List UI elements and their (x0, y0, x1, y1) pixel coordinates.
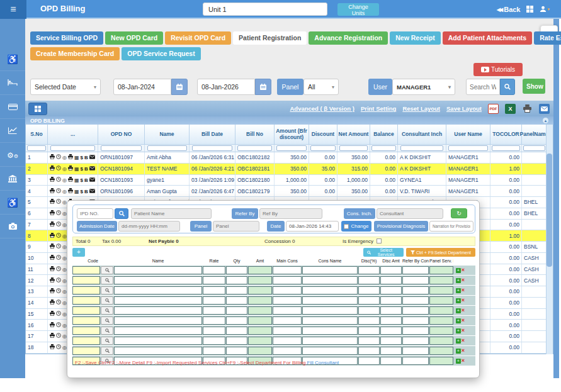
date-mode-select[interactable]: Selected Date▾ (30, 79, 101, 95)
select-services-button[interactable]: Select Services (363, 248, 404, 257)
page-scrollbar[interactable] (553, 19, 559, 378)
clock-icon[interactable] (56, 333, 61, 339)
table-scrollbar[interactable] (546, 125, 553, 354)
service-input-code[interactable] (72, 337, 100, 345)
grid-icon[interactable]: ▦ (74, 165, 79, 172)
toolbar-link-3[interactable]: Save Layout (446, 105, 482, 112)
printer-icon[interactable] (50, 244, 55, 250)
service-input-field[interactable] (358, 347, 380, 355)
tab-new-opd-card[interactable]: New OPD Card (105, 31, 163, 45)
sidebar-item-chart[interactable] (0, 119, 25, 143)
delete-service-icon[interactable]: × (462, 267, 465, 273)
service-input-field[interactable] (402, 316, 429, 325)
layout-grid-button[interactable] (28, 103, 47, 115)
column-header-consultant[interactable]: Consultant Inch (398, 125, 446, 144)
service-input-field[interactable] (248, 337, 272, 345)
clock-icon[interactable] (56, 188, 61, 194)
service-input-field[interactable] (114, 276, 202, 284)
service-input-field[interactable] (226, 337, 247, 345)
clock-icon[interactable] (56, 300, 61, 306)
service-input-field[interactable] (273, 316, 302, 325)
clock-icon[interactable] (56, 165, 61, 172)
refresh-icon[interactable]: ↻ (451, 208, 467, 218)
service-input-field[interactable] (402, 327, 429, 335)
ipd-no-input[interactable] (77, 208, 113, 219)
column-filter-input[interactable] (27, 145, 47, 151)
delete-service-icon[interactable]: × (462, 338, 465, 344)
record-icon[interactable]: ◎ (62, 210, 67, 216)
delete-service-icon[interactable]: × (462, 277, 465, 283)
record-icon[interactable]: ◎ (62, 188, 67, 194)
service-input-field[interactable] (248, 347, 272, 355)
service-input-field[interactable] (429, 327, 453, 335)
service-search-icon[interactable] (101, 276, 113, 284)
column-header-sno[interactable]: S.No (26, 125, 48, 144)
service-input-field[interactable] (248, 296, 272, 305)
printer-icon[interactable] (68, 188, 73, 194)
service-input-code[interactable] (72, 347, 100, 355)
service-search-icon[interactable] (101, 306, 113, 315)
column-header-name[interactable]: Name (145, 125, 190, 144)
sidebar-item-credit-card[interactable] (0, 95, 25, 119)
service-input-field[interactable] (203, 266, 225, 274)
table-row[interactable]: 3◎▦$BOCN1801093gyane103 /Jan/2026 1:09 P… (26, 175, 553, 186)
service-input-field[interactable] (380, 347, 402, 355)
mail-icon[interactable] (89, 165, 95, 172)
add-service-icon[interactable]: + (456, 278, 461, 283)
service-input-code[interactable] (72, 296, 100, 305)
service-input-field[interactable] (358, 337, 380, 345)
service-input-field[interactable] (203, 337, 225, 345)
clock-icon[interactable] (56, 244, 61, 250)
delete-service-icon[interactable]: × (462, 288, 465, 293)
service-input-field[interactable] (429, 306, 453, 315)
printer-icon[interactable] (50, 333, 55, 339)
bill-date-input[interactable] (286, 221, 339, 232)
printer-icon[interactable] (50, 188, 55, 194)
record-icon[interactable]: ◎ (62, 255, 67, 261)
service-input-field[interactable] (114, 337, 202, 345)
service-input-field[interactable] (429, 276, 453, 284)
service-input-field[interactable] (358, 306, 380, 315)
tutorials-button[interactable]: Tutorials (473, 63, 523, 76)
record-icon[interactable]: ◎ (62, 221, 67, 228)
printer-icon[interactable] (50, 154, 55, 160)
service-input-field[interactable] (203, 347, 225, 355)
column-filter-input[interactable] (448, 145, 487, 151)
tab-advance-registration[interactable]: Advance Registration (309, 31, 388, 45)
bold-b-icon[interactable]: B (84, 165, 88, 172)
clock-icon[interactable] (56, 266, 61, 272)
service-input-field[interactable] (402, 286, 429, 294)
service-input-code[interactable] (72, 286, 100, 294)
service-input-field[interactable] (402, 276, 429, 284)
service-search-icon[interactable] (101, 347, 113, 355)
delete-service-icon[interactable]: × (462, 328, 465, 333)
record-icon[interactable]: ◎ (62, 233, 67, 239)
service-input-field[interactable] (302, 276, 358, 284)
table-row[interactable]: 1◎▦$BORN1801097Amit Abha06 /Jan/2026 6:3… (26, 152, 553, 164)
clock-icon[interactable] (56, 199, 61, 205)
sidebar-item-bank[interactable] (0, 167, 25, 191)
service-input-field[interactable] (248, 286, 272, 294)
service-input-field[interactable] (226, 266, 247, 274)
record-icon[interactable]: ◎ (62, 333, 67, 339)
fill-consultant-link[interactable]: Fill Consultant (307, 360, 339, 366)
clock-icon[interactable] (56, 322, 61, 328)
service-input-field[interactable] (114, 327, 202, 335)
service-input-field[interactable] (248, 276, 272, 284)
column-filter-input[interactable] (237, 145, 272, 151)
tab-service-billing-opd[interactable]: Service Billing OPD (30, 31, 103, 45)
clock-icon[interactable] (56, 177, 61, 183)
service-input-field[interactable] (429, 266, 453, 274)
service-input-field[interactable] (273, 347, 302, 355)
ipd-search-icon[interactable] (115, 208, 128, 219)
clock-icon[interactable] (56, 344, 61, 350)
service-input-code[interactable] (72, 276, 100, 284)
pdf-icon[interactable]: PDF (488, 104, 499, 114)
add-service-icon[interactable]: + (456, 328, 461, 333)
service-input-field[interactable] (429, 286, 453, 294)
service-input-field[interactable] (358, 357, 380, 365)
service-input-code[interactable] (72, 266, 100, 274)
service-input-field[interactable] (402, 296, 429, 305)
service-input-field[interactable] (273, 337, 302, 345)
service-search-icon[interactable] (101, 266, 113, 274)
